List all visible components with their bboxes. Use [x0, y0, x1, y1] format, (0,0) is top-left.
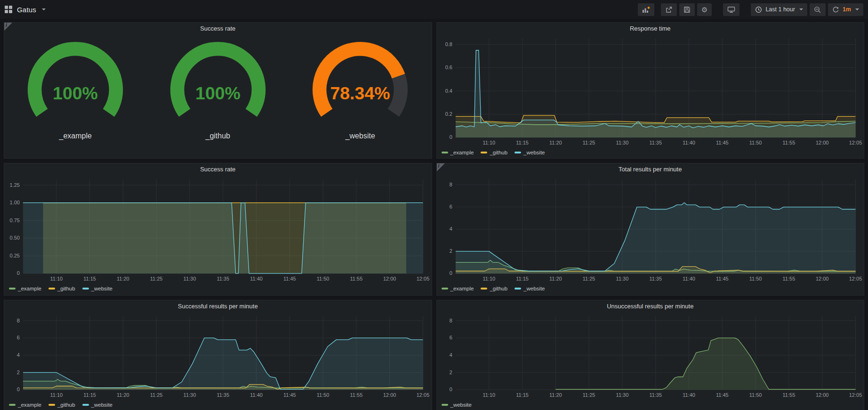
- caret-down-icon: [42, 8, 46, 10]
- time-series-chart[interactable]: 00.250.500.751.001.2511:1011:1511:2011:2…: [4, 175, 432, 283]
- svg-text:12:05: 12:05: [417, 392, 429, 398]
- svg-text:11:35: 11:35: [649, 140, 662, 145]
- svg-text:8: 8: [17, 318, 20, 323]
- svg-text:11:25: 11:25: [582, 392, 595, 398]
- dashboard-title: Gatus: [17, 6, 36, 14]
- svg-text:12:05: 12:05: [849, 276, 861, 281]
- gauge-arc: 100%: [16, 38, 134, 129]
- svg-text:0.25: 0.25: [10, 253, 20, 258]
- legend-item-example[interactable]: _example: [442, 150, 474, 155]
- svg-text:2: 2: [449, 370, 452, 375]
- svg-text:11:40: 11:40: [683, 276, 695, 281]
- time-range-picker[interactable]: Last 1 hour: [751, 3, 807, 16]
- svg-text:0.4: 0.4: [445, 88, 452, 94]
- legend-item-website[interactable]: _website: [514, 150, 545, 155]
- svg-text:11:20: 11:20: [117, 392, 129, 398]
- legend-item-github[interactable]: _github: [48, 402, 75, 408]
- time-series-chart[interactable]: 00.20.40.60.811:1011:1511:2011:2511:3011…: [437, 34, 864, 147]
- svg-text:0: 0: [17, 270, 20, 276]
- legend-series-swatch: [442, 152, 448, 153]
- chart-svg: 0246811:1011:1511:2011:2511:3011:3511:40…: [4, 312, 432, 400]
- panel-title[interactable]: Response time: [437, 23, 864, 34]
- svg-text:11:40: 11:40: [250, 392, 263, 398]
- legend-item-website[interactable]: _website: [442, 402, 472, 408]
- caret-down-icon: [855, 8, 859, 10]
- svg-text:11:15: 11:15: [516, 140, 529, 145]
- legend-series-label: _website: [450, 402, 472, 408]
- legend-item-github[interactable]: _github: [481, 150, 507, 155]
- svg-text:11:30: 11:30: [184, 392, 196, 398]
- cycle-view-button[interactable]: [723, 3, 739, 16]
- panel-title[interactable]: Unsuccessful results per minute: [437, 300, 864, 312]
- legend-series-swatch: [514, 152, 521, 153]
- settings-button[interactable]: ⚙: [697, 3, 712, 16]
- time-series-chart[interactable]: 0246811:1011:1511:2011:2511:3011:3511:40…: [4, 312, 432, 400]
- cycle-view-monitor-icon: [727, 6, 735, 13]
- gauge-label: _example: [7, 132, 144, 140]
- legend-series-swatch: [9, 404, 16, 406]
- panel-title[interactable]: Success rate: [4, 23, 432, 34]
- zoom-out-icon: [814, 6, 821, 13]
- legend-series-swatch: [442, 404, 448, 406]
- svg-text:2: 2: [449, 248, 452, 254]
- legend-item-website[interactable]: _website: [514, 286, 545, 291]
- chart-legend: _example_github_website: [4, 400, 432, 410]
- gauge-website: 78.34%_website: [292, 38, 428, 140]
- legend-series-swatch: [481, 288, 487, 289]
- svg-text:11:30: 11:30: [616, 140, 628, 145]
- share-button[interactable]: [661, 3, 677, 16]
- panel-title[interactable]: Successful results per minute: [4, 300, 432, 312]
- save-button[interactable]: [679, 3, 695, 16]
- refresh-interval-label: 1m: [843, 6, 851, 13]
- svg-text:4: 4: [449, 226, 452, 232]
- svg-text:8: 8: [449, 182, 452, 187]
- gauge-github: 100%_github: [150, 38, 286, 140]
- legend-series-label: _github: [490, 286, 507, 291]
- legend-item-example[interactable]: _example: [9, 402, 41, 408]
- gauge-label: _website: [292, 132, 428, 140]
- gauge-example: 100%_example: [7, 38, 144, 140]
- time-range-label: Last 1 hour: [765, 6, 795, 13]
- svg-text:0.75: 0.75: [10, 217, 20, 223]
- legend-item-example[interactable]: _example: [9, 286, 41, 291]
- svg-text:11:40: 11:40: [683, 140, 695, 145]
- svg-text:11:50: 11:50: [749, 140, 762, 145]
- zoom-out-button[interactable]: [810, 3, 826, 16]
- legend-series-label: _website: [523, 150, 545, 155]
- panel-info-icon[interactable]: i: [4, 23, 12, 31]
- svg-text:11:55: 11:55: [782, 276, 795, 281]
- svg-text:11:20: 11:20: [549, 140, 562, 145]
- chart-legend: _example_github_website: [4, 283, 432, 294]
- svg-text:6: 6: [449, 204, 452, 209]
- legend-item-github[interactable]: _github: [48, 286, 75, 291]
- time-series-chart[interactable]: 0246811:1011:1511:2011:2511:3011:3511:40…: [437, 312, 864, 400]
- panel-info-icon[interactable]: i: [437, 163, 445, 171]
- legend-item-example[interactable]: _example: [442, 286, 474, 291]
- svg-text:8: 8: [449, 318, 452, 323]
- settings-gear-icon: ⚙: [701, 6, 707, 13]
- svg-text:6: 6: [17, 335, 20, 340]
- legend-series-label: _github: [490, 150, 507, 155]
- legend-item-website[interactable]: _website: [82, 286, 113, 291]
- svg-text:11:15: 11:15: [516, 392, 529, 398]
- dashboard-title-menu[interactable]: Gatus: [5, 6, 46, 14]
- svg-text:11:15: 11:15: [83, 276, 96, 281]
- time-series-chart[interactable]: 0246811:1011:1511:2011:2511:3011:3511:40…: [437, 175, 864, 283]
- add-panel-button[interactable]: [638, 3, 654, 16]
- svg-text:11:45: 11:45: [283, 392, 296, 398]
- chart-legend: _example_github_website: [437, 147, 864, 158]
- gauge-arc: 78.34%: [301, 38, 419, 129]
- svg-text:0: 0: [449, 386, 452, 392]
- svg-text:11:15: 11:15: [516, 276, 529, 281]
- legend-series-swatch: [48, 288, 55, 289]
- refresh-picker[interactable]: 1m: [828, 3, 863, 16]
- legend-series-label: _github: [57, 286, 75, 291]
- panel-title[interactable]: Total results per minute: [437, 163, 864, 175]
- legend-series-swatch: [82, 288, 89, 289]
- panel-total-results: i Total results per minute 0246811:1011:…: [436, 163, 865, 296]
- svg-text:11:20: 11:20: [549, 276, 562, 281]
- legend-item-website[interactable]: _website: [82, 402, 113, 408]
- panel-title[interactable]: Success rate: [4, 163, 432, 175]
- legend-item-github[interactable]: _github: [481, 286, 507, 291]
- svg-text:12:00: 12:00: [815, 140, 828, 145]
